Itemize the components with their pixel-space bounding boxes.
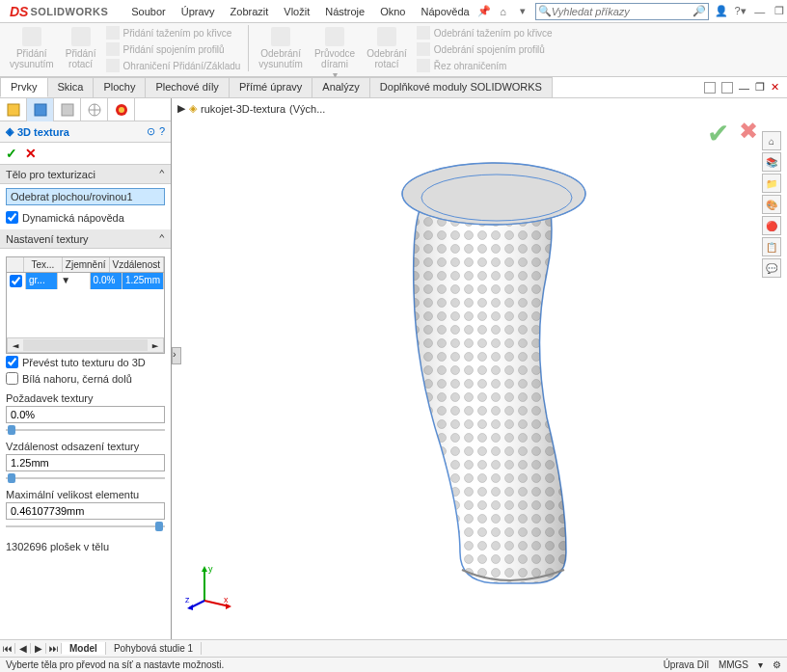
ribbon-extrude-cut[interactable]: Odebránívysunutím [255,25,307,71]
whiteblack-checkbox[interactable]: Bílá nahoru, černá dolů [6,370,165,387]
tab-last-icon[interactable]: ⏭ [46,643,62,654]
menu-view[interactable]: Zobrazit [223,2,277,21]
minimize-icon[interactable]: — [753,5,767,18]
ribbon-sweep-boss[interactable]: Přidání tažením po křivce [104,25,243,40]
search-submit-icon[interactable]: 🔎 [692,5,706,17]
taskpane-home-icon[interactable]: ⌂ [762,131,781,150]
graphics-area[interactable]: ▶ ◈ rukojet-3D-textura (Vých... ✔ ✖ ⌂ 📚 … [172,98,787,639]
tab-next-icon[interactable]: ▶ [31,643,46,654]
feature-tree-icon[interactable] [0,98,27,121]
menu-edit[interactable]: Úpravy [174,2,223,21]
menu-help[interactable]: Nápověda [413,2,476,21]
taskpane-forum-icon[interactable]: 💬 [762,258,781,278]
ribbon-loft-cut[interactable]: Odebrání spojením profilů [415,41,555,57]
ribbon-sweep-cut[interactable]: Odebrání tažením po křivce [415,25,555,40]
tab-surfaces[interactable]: Plochy [93,77,146,97]
pushpin-help-icon[interactable]: ⊙ [147,125,155,138]
home-icon[interactable]: ⌂ [497,5,510,18]
ribbon-boundary-boss[interactable]: Ohraničení Přidání/Základu [104,58,243,73]
taskpane-explorer-icon[interactable]: 📁 [762,174,781,193]
tab-motion-study[interactable]: Pohybová studie 1 [106,642,202,655]
dynamic-help-checkbox[interactable]: Dynamická nápověda [6,209,165,226]
cell-check[interactable] [7,273,26,289]
max-element-slider[interactable] [6,522,165,531]
window-close-icon[interactable]: ✕ [771,81,779,94]
status-customize-icon[interactable]: ⚙ [773,659,781,670]
cell-dist[interactable]: 1.25mm [122,273,164,289]
panel-splitter[interactable]: › [172,347,181,364]
texture-demand-slider[interactable] [6,425,165,435]
cell-refine[interactable]: 0.0% [91,273,122,289]
command-search[interactable]: 🔍 🔎 [535,3,709,20]
search-glyph-icon: 🔍 [538,5,552,17]
tab-sketch[interactable]: Skica [47,77,95,97]
scroll-right-icon[interactable]: ► [148,339,163,352]
taskpane-props-icon[interactable]: 📋 [762,237,781,256]
tab-prev-icon[interactable]: ◀ [15,643,31,654]
convert-3d-input[interactable] [6,356,18,368]
restore-icon[interactable]: ❐ [773,5,786,18]
ribbon-extrude-boss[interactable]: Přidánívysunutím [6,25,58,71]
big-reject-button[interactable]: ✖ [739,118,758,149]
doc-icon[interactable]: ▾ [516,5,529,18]
menu-file[interactable]: Soubor [123,2,173,21]
texture-demand-input[interactable] [6,406,165,423]
convert-3d-checkbox[interactable]: Převést tuto texturu do 3D [6,354,165,370]
tab-direct-edit[interactable]: Přímé úpravy [229,77,312,97]
window-minimize-icon[interactable]: — [739,82,749,94]
window-restore-icon[interactable]: ❐ [755,81,765,94]
offset-distance-input[interactable] [6,454,165,471]
view-prev-icon[interactable] [704,82,716,94]
dimxpert-icon[interactable] [81,98,108,121]
accept-button[interactable]: ✓ [6,146,17,161]
offset-distance-slider[interactable] [6,473,165,483]
tab-first-icon[interactable]: ⏮ [0,643,15,654]
menu-window[interactable]: Okno [372,2,413,21]
ribbon-loft-boss[interactable]: Přidání spojením profilů [104,41,243,57]
orientation-triad[interactable]: y x z [185,562,233,610]
ribbon-revolve-boss[interactable]: Přidánírotací [62,25,100,71]
h-scrollbar[interactable]: ◄ ► [7,337,164,353]
body-selection[interactable]: Odebrat plochou/rovinou1 [6,188,165,205]
dynamic-help-input[interactable] [6,211,18,224]
texture-row[interactable]: gr... ▼ 0.0% 1.25mm [7,273,164,289]
expand-icon[interactable]: ▶ [177,102,185,115]
search-input[interactable] [552,6,692,17]
taskpane-appearance-icon[interactable]: 🔴 [762,216,781,235]
scroll-left-icon[interactable]: ◄ [8,339,23,352]
scroll-track[interactable] [23,339,148,351]
big-accept-button[interactable]: ✔ [707,118,729,149]
model-3d-view[interactable] [210,156,748,581]
tab-sheetmetal[interactable]: Plechové díly [145,77,229,97]
texture-settings-header[interactable]: Nastavení textury ⌃ [0,229,171,249]
tab-addins[interactable]: Doplňkové moduly SOLIDWORKS [369,77,553,97]
body-section-header[interactable]: Tělo pro texturizaci ⌃ [0,165,171,184]
view-next-icon[interactable] [721,82,733,94]
max-element-input[interactable] [6,502,165,520]
pin-icon[interactable]: 📌 [477,5,491,18]
taskpane-view-icon[interactable]: 🎨 [762,195,781,214]
config-manager-icon[interactable] [54,98,81,121]
status-units[interactable]: MMGS [719,659,748,670]
help-icon[interactable]: ?▾ [734,5,747,18]
cell-tex[interactable]: gr... [26,273,58,289]
ribbon-revolve-cut[interactable]: Odebránírotací [363,25,411,71]
whiteblack-input[interactable] [6,372,18,385]
tab-evaluate[interactable]: Analýzy [312,77,370,97]
status-units-dropdown-icon[interactable]: ▾ [758,659,763,670]
menu-insert[interactable]: Vložit [276,2,317,21]
tab-features[interactable]: Prvky [0,77,48,97]
reject-button[interactable]: ✕ [25,146,37,161]
user-icon[interactable]: 👤 [715,5,728,18]
taskpane-library-icon[interactable]: 📚 [762,152,781,172]
tab-model[interactable]: Model [62,642,106,655]
status-edit-mode[interactable]: Úprava Díl [664,659,709,670]
menu-tools[interactable]: Nástroje [317,2,372,21]
property-manager-icon[interactable] [27,98,54,121]
ribbon-boundary-cut[interactable]: Řez ohraničením [415,58,555,73]
feature-help-icon[interactable]: ? [159,125,165,138]
doc-name[interactable]: rukojet-3D-textura [201,103,285,115]
display-manager-icon[interactable] [108,98,135,121]
ribbon-hole-wizard[interactable]: Průvodcedírami▾ [311,25,359,82]
flyout-tree[interactable]: ▶ ◈ rukojet-3D-textura (Vých... [177,102,325,115]
